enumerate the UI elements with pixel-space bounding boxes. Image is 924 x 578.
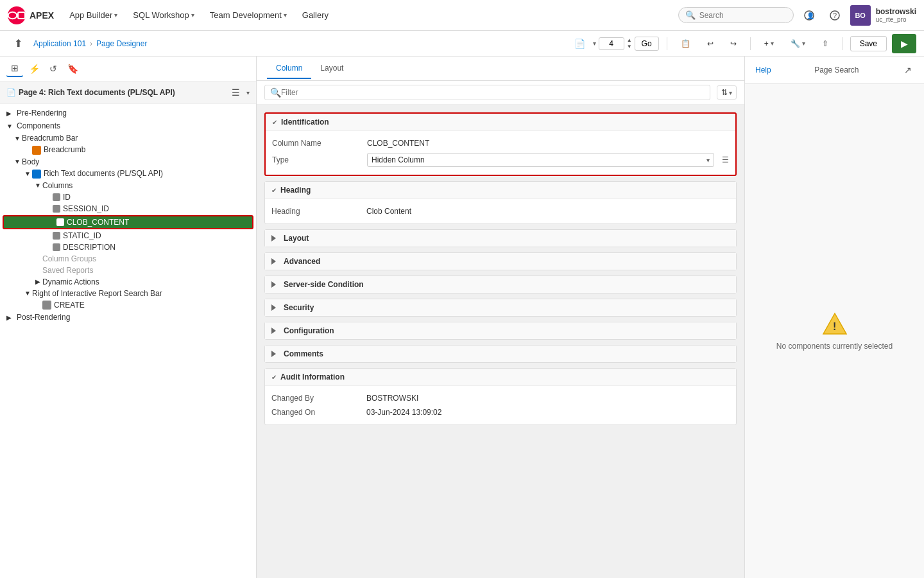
identification-section-header[interactable]: ✔ Identification <box>266 114 735 131</box>
filter-sort-button[interactable]: ⇅ ▾ <box>717 85 737 100</box>
left-toolbar: ⊞ ⚡ ↺ 🔖 <box>0 57 256 82</box>
page-number-input[interactable] <box>599 37 624 50</box>
saved-reports-item[interactable]: Saved Reports <box>0 265 256 276</box>
apex-logo[interactable]: APEX <box>8 6 54 24</box>
server-side-condition-section-header[interactable]: Server-side Condition <box>265 276 736 293</box>
nav-app-builder[interactable]: App Builder ▾ <box>64 8 123 22</box>
page-down-arrow[interactable]: ▼ <box>627 44 632 50</box>
comments-section-header[interactable]: Comments <box>265 346 736 362</box>
heading-section-header[interactable]: ✔ Heading <box>265 182 736 199</box>
grid-view-button[interactable]: ⊞ <box>6 60 23 77</box>
nav-sql-workshop[interactable]: SQL Workshop ▾ <box>128 8 199 22</box>
nav-team-development[interactable]: Team Development ▾ <box>205 8 292 22</box>
columns-item[interactable]: ▼ Columns <box>0 180 256 191</box>
help-button[interactable]: ? <box>825 5 845 26</box>
run-icon: ▶ <box>901 39 908 49</box>
body-toggle[interactable]: ▼ <box>13 158 22 165</box>
columns-toggle[interactable]: ▼ <box>33 182 42 189</box>
filter-search-icon: 🔍 <box>270 87 281 98</box>
run-button[interactable]: ▶ <box>892 34 916 53</box>
dynamic-actions-label: Dynamic Actions <box>42 277 252 286</box>
notifications-button[interactable]: 👤 <box>799 5 819 26</box>
wrench-icon: 🔧 <box>791 39 800 48</box>
bookmark-button[interactable]: 🔖 <box>64 60 81 77</box>
layout-tab[interactable]: Layout <box>311 58 352 79</box>
static-id-column-item[interactable]: STATIC_ID <box>0 230 256 241</box>
user-info[interactable]: bostrowski uc_rte_pro <box>876 7 916 23</box>
security-toggle-icon <box>271 304 276 311</box>
configuration-section-header[interactable]: Configuration <box>265 322 736 339</box>
filter-input[interactable] <box>281 88 705 97</box>
column-groups-item[interactable]: Column Groups <box>0 253 256 265</box>
server-side-condition-section-title: Server-side Condition <box>284 280 364 289</box>
rich-text-region-item[interactable]: ▼ Rich Text documents (PL/SQL API) <box>0 168 256 180</box>
session-id-column-item[interactable]: SESSION_ID <box>0 203 256 215</box>
components-toggle[interactable]: ▼ <box>6 123 14 130</box>
tree-menu-button[interactable]: ☰ <box>227 84 244 101</box>
heading-row: Heading Clob Content <box>271 204 730 218</box>
nav-gallery[interactable]: Gallery <box>297 8 334 22</box>
security-section-header[interactable]: Security <box>265 299 736 316</box>
save-button[interactable]: Save <box>850 36 887 51</box>
top-navigation: APEX App Builder ▾ SQL Workshop ▾ Team D… <box>0 0 924 31</box>
body-label: Body <box>22 157 252 166</box>
application-link[interactable]: Application 101 <box>33 39 86 48</box>
page-up-arrow[interactable]: ▲ <box>627 37 632 44</box>
column-tab[interactable]: Column <box>267 58 311 79</box>
rich-text-region-toggle[interactable]: ▼ <box>23 170 32 177</box>
copy-page-button[interactable]: 📋 <box>675 36 696 51</box>
id-column-item[interactable]: ID <box>0 191 256 203</box>
breadcrumb-label: Breadcrumb <box>44 145 252 154</box>
page-number-arrows[interactable]: ▲ ▼ <box>627 37 632 49</box>
breadcrumb-bar-toggle[interactable]: ▼ <box>13 135 22 142</box>
wrench-button[interactable]: 🔧 ▾ <box>785 36 811 51</box>
page-icon-button[interactable]: ⬆ <box>8 33 28 54</box>
breadcrumb-bar-item[interactable]: ▼ Breadcrumb Bar <box>0 132 256 144</box>
post-rendering-section[interactable]: ▶ Post-Rendering <box>0 311 256 324</box>
pre-rendering-toggle[interactable]: ▶ <box>6 110 14 117</box>
type-select[interactable]: Hidden Column ▾ <box>367 153 714 167</box>
user-avatar[interactable]: BO <box>850 5 871 26</box>
clob-content-column-item[interactable]: CLOB_CONTENT <box>3 215 253 229</box>
identification-section-body: Column Name CLOB_CONTENT Type Hidden Col… <box>266 131 735 175</box>
create-item[interactable]: CREATE <box>0 299 256 311</box>
right-panel-action-icon[interactable]: ↗ <box>900 62 916 78</box>
refresh-button[interactable]: ↺ <box>45 60 62 77</box>
type-list-icon[interactable]: ☰ <box>722 155 729 164</box>
right-search-bar-item[interactable]: ▼ Right of Interactive Report Search Bar <box>0 288 256 299</box>
add-button[interactable]: + ▾ <box>758 36 780 51</box>
audit-information-section-header[interactable]: ✔ Audit Information <box>265 369 736 386</box>
go-button[interactable]: Go <box>635 37 659 51</box>
share-button[interactable]: ⇧ <box>816 36 834 51</box>
post-rendering-toggle[interactable]: ▶ <box>6 314 14 321</box>
description-column-item[interactable]: DESCRIPTION <box>0 241 256 253</box>
changed-on-value: 03-Jun-2024 13:09:02 <box>366 408 730 417</box>
components-label: Components <box>17 121 60 130</box>
dynamic-actions-toggle[interactable]: ▶ <box>33 278 42 285</box>
changed-on-label: Changed On <box>271 408 361 417</box>
filter-input-wrap[interactable]: 🔍 <box>264 85 710 100</box>
copy-icon: 📋 <box>681 39 690 48</box>
page-doc-icon[interactable]: 📄 <box>570 33 590 54</box>
page-search-tab[interactable]: Page Search <box>812 64 861 76</box>
breadcrumb-item[interactable]: Breadcrumb <box>0 144 256 156</box>
right-search-bar-label: Right of Interactive Report Search Bar <box>32 289 252 298</box>
right-search-bar-toggle[interactable]: ▼ <box>23 290 32 297</box>
search-input[interactable] <box>699 11 783 20</box>
pre-rendering-section[interactable]: ▶ Pre-Rendering <box>0 107 256 119</box>
redo-button[interactable]: ↪ <box>724 36 742 51</box>
page-designer-link[interactable]: Page Designer <box>96 39 147 48</box>
type-label: Type <box>272 155 362 164</box>
undo-button[interactable]: ↩ <box>701 36 719 51</box>
search-icon: 🔍 <box>685 10 696 20</box>
layout-section-title: Layout <box>284 234 309 243</box>
layout-section-header[interactable]: Layout <box>265 230 736 247</box>
lightning-button[interactable]: ⚡ <box>26 60 42 77</box>
sort-icon: ⇅ <box>721 88 728 97</box>
global-search-box[interactable]: 🔍 <box>678 7 794 23</box>
advanced-section-header[interactable]: Advanced <box>265 253 736 270</box>
help-tab[interactable]: Help <box>753 64 774 76</box>
body-item[interactable]: ▼ Body <box>0 156 256 168</box>
dynamic-actions-item[interactable]: ▶ Dynamic Actions <box>0 276 256 288</box>
components-section[interactable]: ▼ Components <box>0 119 256 132</box>
